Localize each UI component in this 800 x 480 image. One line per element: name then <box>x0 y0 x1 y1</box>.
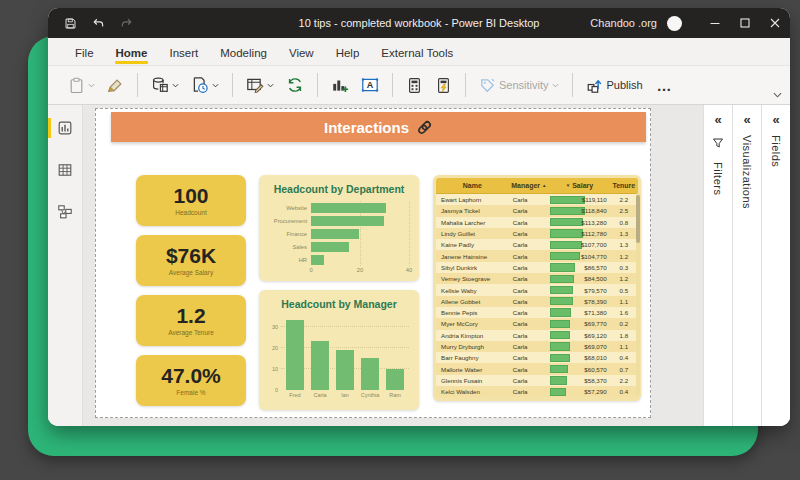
menu-insert[interactable]: Insert <box>158 47 209 65</box>
headcount-by-manager-chart[interactable]: Headcount by Manager0102030FredCarlaIanC… <box>259 290 419 410</box>
publish-button[interactable]: Publish <box>582 72 647 98</box>
table-row[interactable]: Barr FaughnyCarla$68,0100.4 <box>436 352 638 363</box>
new-visual-button[interactable] <box>327 72 353 98</box>
format-painter-button[interactable] <box>103 73 128 98</box>
bar-fred[interactable] <box>286 320 304 390</box>
bar-sales[interactable] <box>311 242 349 252</box>
cell-salary: $69,770 <box>549 318 610 329</box>
salary-data-bar <box>550 297 573 305</box>
bar-ian[interactable] <box>336 350 354 390</box>
table-row[interactable]: Andria KimptonCarla$69,1201.8 <box>436 330 638 341</box>
menu-external-tools[interactable]: External Tools <box>370 47 464 65</box>
report-view-icon[interactable] <box>48 117 82 139</box>
expand-panel-icon[interactable]: « <box>714 113 721 126</box>
bar-hr[interactable] <box>311 255 324 265</box>
cell-tenure: 1.2 <box>610 275 638 282</box>
bar-cynthia[interactable] <box>361 358 379 390</box>
bar-finance[interactable] <box>311 229 359 239</box>
chevron-down-icon <box>172 83 179 88</box>
refresh-button[interactable] <box>282 72 308 98</box>
panel-label: Filters <box>712 162 724 195</box>
more-options-button[interactable]: … <box>649 77 681 94</box>
table-row[interactable]: Jasmya TickelCarla$118,8402.5 <box>436 205 638 216</box>
panel-fields[interactable]: «Fields <box>761 105 790 426</box>
expand-panel-icon[interactable]: « <box>772 113 779 126</box>
bar-procurement[interactable] <box>311 216 384 226</box>
minimize-button[interactable] <box>700 8 730 38</box>
window-body: Interactions 100Headcount$76KAverage Sal… <box>48 105 790 426</box>
transform-data-button[interactable] <box>242 72 278 98</box>
table-row[interactable]: Verney StoegraveCarla$84,5001.2 <box>436 273 638 284</box>
cell-manager: Carla <box>509 287 549 294</box>
hbar-row: Sales <box>267 240 411 253</box>
menu-help[interactable]: Help <box>325 47 371 65</box>
table-row[interactable]: Lindy GuilletCarla$112,7801.3 <box>436 228 638 239</box>
cell-salary: $79,570 <box>549 284 610 295</box>
cell-tenure: 1.1 <box>610 298 638 305</box>
quick-measure-button[interactable] <box>431 73 456 98</box>
column-header-tenure[interactable]: Tenure <box>610 182 638 189</box>
new-measure-button[interactable] <box>402 73 427 98</box>
table-row[interactable]: Glennis FusainCarla$58,3702.2 <box>436 375 638 386</box>
close-button[interactable] <box>760 8 790 38</box>
table-row[interactable]: Kellsie WabyCarla$79,5700.5 <box>436 284 638 295</box>
account-name[interactable]: Chandoo .org <box>590 17 657 29</box>
panel-filters[interactable]: «Filters <box>703 105 732 426</box>
model-view-icon[interactable] <box>48 201 82 223</box>
x-axis: FredCarlaIanCynthiaRam <box>281 392 409 398</box>
table-row[interactable]: Sibyl DunkirkCarla$86,5700.3 <box>436 262 638 273</box>
column-header-manager[interactable]: Manager▲ <box>509 182 549 189</box>
table-row[interactable]: Myer McCoryCarla$69,7700.2 <box>436 318 638 329</box>
scrollbar-thumb[interactable] <box>636 195 640 243</box>
window-title: 10 tips - completed workbook - Power BI … <box>299 17 540 29</box>
table-row[interactable]: Murry DryburghCarla$69,0701.1 <box>436 341 638 352</box>
cell-manager: Carla <box>509 207 549 214</box>
get-data-button[interactable] <box>147 72 183 98</box>
menu-file[interactable]: File <box>64 47 105 65</box>
table-row[interactable]: Bennie PepisCarla$71,3801.6 <box>436 307 638 318</box>
recent-sources-button[interactable] <box>187 72 223 98</box>
account-avatar[interactable] <box>667 16 682 31</box>
kpi-card-average-tenure[interactable]: 1.2Average Tenure <box>136 295 246 346</box>
salary-value: $113,280 <box>581 217 606 228</box>
maximize-button[interactable] <box>730 8 760 38</box>
hbar-row: Finance <box>267 227 411 240</box>
cell-salary: $78,390 <box>549 296 610 307</box>
bar-carla[interactable] <box>311 341 329 390</box>
employee-table[interactable]: NameManager▲▼SalaryTenureEwart LaphornCa… <box>433 175 641 401</box>
menu-view[interactable]: View <box>278 47 325 65</box>
data-view-icon[interactable] <box>48 159 82 181</box>
table-row[interactable]: Mallorie WaberCarla$60,5700.7 <box>436 363 638 374</box>
table-row[interactable]: Mahalia LarcherCarla$113,2800.8 <box>436 217 638 228</box>
text-box-button[interactable]: A <box>357 72 383 98</box>
kpi-card-female-[interactable]: 47.0%Female % <box>136 355 246 406</box>
cell-manager: Carla <box>509 309 549 316</box>
undo-icon[interactable] <box>92 17 105 30</box>
collapse-ribbon-icon[interactable] <box>773 84 782 102</box>
table-scrollbar[interactable] <box>636 193 640 395</box>
bar-ram[interactable] <box>386 369 404 390</box>
column-header-name[interactable]: Name <box>436 182 509 189</box>
cell-tenure: 0.8 <box>610 219 638 226</box>
panel-visualizations[interactable]: «Visualizations <box>732 105 761 426</box>
menu-home[interactable]: Home <box>105 47 159 65</box>
report-canvas[interactable]: Interactions 100Headcount$76KAverage Sal… <box>95 108 651 418</box>
table-row[interactable]: Kelci WalsdenCarla$57,2900.4 <box>436 386 638 397</box>
save-icon[interactable] <box>64 17 77 30</box>
report-banner[interactable]: Interactions <box>111 112 646 142</box>
headcount-by-department-chart[interactable]: Headcount by DepartmentWebsiteProcuremen… <box>259 175 419 281</box>
kpi-card-headcount[interactable]: 100Headcount <box>136 175 246 226</box>
bar-website[interactable] <box>311 203 386 213</box>
table-row[interactable]: Janene HainsineCarla$104,7701.2 <box>436 250 638 261</box>
table-row[interactable]: Allene GobbetCarla$78,3901.1 <box>436 296 638 307</box>
table-column: NameManager▲▼SalaryTenureEwart LaphornCa… <box>433 175 641 410</box>
kpi-card-average-salary[interactable]: $76KAverage Salary <box>136 235 246 286</box>
view-sidebar <box>48 105 83 426</box>
column-header-salary[interactable]: ▼Salary <box>549 182 610 189</box>
table-row[interactable]: Kaine PadlyCarla$107,7001.3 <box>436 239 638 250</box>
table-row[interactable]: Ewart LaphornCarla$119,1102.2 <box>436 194 638 205</box>
expand-panel-icon[interactable]: « <box>743 113 750 126</box>
menu-modeling[interactable]: Modeling <box>209 47 278 65</box>
cell-tenure: 2.2 <box>610 377 638 384</box>
salary-value: $118,840 <box>581 205 606 216</box>
